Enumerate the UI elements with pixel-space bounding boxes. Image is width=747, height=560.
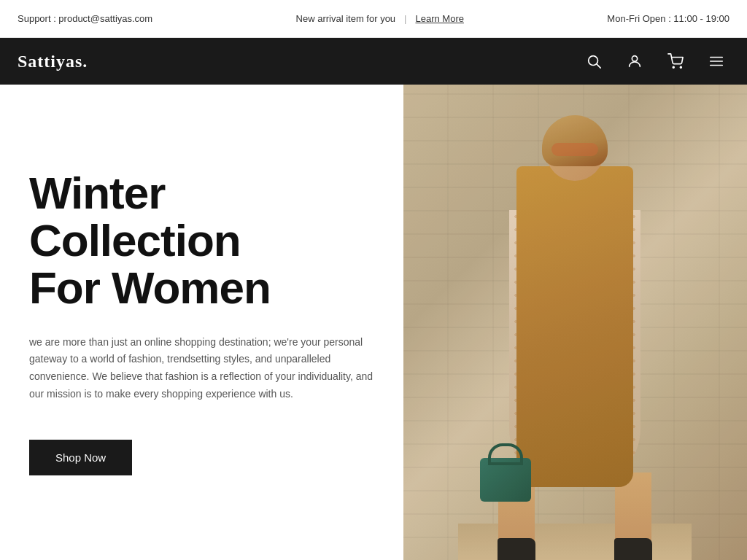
svg-point-3 — [673, 66, 674, 68]
menu-icon — [708, 53, 724, 69]
hero-title: Winter Collection For Women — [29, 169, 374, 311]
search-button[interactable] — [581, 48, 607, 74]
nav-icons-group — [581, 48, 729, 74]
support-contact: Support : product@sattiyas.com — [18, 13, 152, 24]
svg-line-1 — [597, 64, 600, 68]
hero-description: we are more than just an online shopping… — [29, 334, 374, 403]
learn-more-link[interactable]: Learn More — [415, 13, 463, 24]
cart-icon — [667, 53, 684, 69]
menu-button[interactable] — [703, 48, 729, 74]
new-arrival-section: New arrival item for you | Learn More — [296, 13, 464, 24]
svg-point-4 — [680, 66, 681, 68]
user-icon — [627, 53, 643, 69]
nav-header: Sattiyas. — [0, 38, 747, 85]
site-logo[interactable]: Sattiyas. — [18, 52, 88, 71]
image-overlay — [403, 85, 747, 560]
announcement-bar: Support : product@sattiyas.com New arriv… — [0, 0, 747, 38]
search-icon — [586, 53, 602, 69]
shop-now-button[interactable]: Shop Now — [29, 440, 132, 475]
hero-title-line2: For Women — [29, 262, 271, 313]
hero-section: Winter Collection For Women we are more … — [0, 85, 747, 560]
business-hours: Mon-Fri Open : 11:00 - 19:00 — [607, 13, 729, 24]
svg-point-2 — [632, 56, 637, 61]
hero-image-right — [403, 85, 747, 560]
hero-title-line1: Winter Collection — [29, 168, 241, 265]
hero-content-left: Winter Collection For Women we are more … — [0, 85, 403, 560]
account-button[interactable] — [622, 48, 648, 74]
hero-background — [403, 85, 747, 560]
new-arrival-text: New arrival item for you — [296, 13, 396, 24]
cart-button[interactable] — [662, 48, 689, 74]
divider: | — [404, 13, 406, 24]
